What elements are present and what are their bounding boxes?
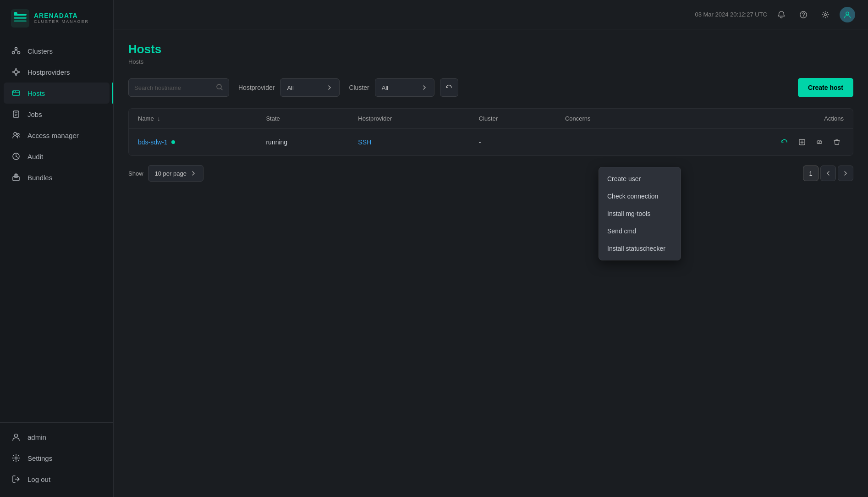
refresh-action-icon [781,138,788,146]
sidebar-item-settings[interactable]: Settings [4,447,110,469]
chevron-left-icon [825,171,831,176]
svg-point-10 [14,70,18,74]
svg-point-27 [14,133,16,135]
sidebar-item-logout-label: Log out [27,475,50,483]
sidebar-item-jobs-label: Jobs [27,110,42,118]
question-icon [799,11,808,19]
logout-icon [11,474,21,484]
page-title: Hosts [128,42,853,56]
svg-point-21 [13,91,14,92]
host-hostprovider-cell: SSH [349,129,469,156]
bundles-icon [11,172,21,182]
sidebar-item-audit-label: Audit [27,153,43,160]
sidebar-item-logout[interactable]: Log out [4,469,110,490]
host-concerns-cell [556,129,658,156]
sidebar-item-audit[interactable]: Audit [4,146,110,167]
page-1-button[interactable]: 1 [803,166,819,181]
cluster-value: All [382,84,388,91]
logo-area[interactable]: ARENADATA CLUSTER MANAGER [0,0,113,37]
hosts-table: Name ↓ State Hostprovider Cluster [129,109,853,155]
host-name-cell: bds-sdw-1 [129,129,257,156]
next-page-button[interactable] [838,166,853,181]
col-name-label: Name [138,115,154,122]
jobs-icon [11,109,21,119]
status-dot [171,140,175,144]
avatar-icon [843,11,852,19]
col-cluster-label: Cluster [479,115,498,122]
search-box[interactable] [128,78,229,97]
chevron-right-icon-3 [190,170,197,177]
sidebar-item-jobs[interactable]: Jobs [4,104,110,125]
sidebar-item-hostproviders[interactable]: Hostproviders [4,61,110,83]
per-page-button[interactable]: 10 per page [148,165,203,182]
notifications-button[interactable] [774,7,789,22]
datetime: 03 Mar 2024 20:12:27 UTC [695,11,767,18]
per-page-value: 10 per page [155,170,187,177]
user-avatar[interactable] [840,7,855,22]
hostprovider-label: Hostprovider [238,84,275,91]
show-label: Show [128,170,143,177]
access-manager-icon [11,130,21,140]
svg-point-34 [15,457,17,459]
hostprovider-select[interactable]: All [280,78,340,97]
sidebar-item-hosts[interactable]: Hosts [4,83,110,104]
hosts-table-container: Name ↓ State Hostprovider Cluster [128,108,853,156]
action-refresh-button[interactable] [778,135,791,149]
dropdown-item-create-user[interactable]: Create user [599,170,681,188]
svg-point-13 [13,72,14,73]
sidebar-item-clusters-label: Clusters [27,47,53,55]
topbar: 03 Mar 2024 20:12:27 UTC [114,0,868,29]
host-cluster-cell: - [470,129,556,156]
col-hostprovider: Hostprovider [349,109,469,129]
svg-point-28 [17,133,19,135]
refresh-button[interactable] [440,78,458,97]
col-actions-label: Actions [824,115,844,122]
sidebar-item-bundles[interactable]: Bundles [4,167,110,188]
svg-point-4 [14,12,17,16]
settings-top-button[interactable] [818,7,833,22]
svg-rect-31 [14,175,18,177]
search-icon [216,83,223,92]
dropdown-item-check-connection[interactable]: Check connection [599,188,681,205]
action-add-button[interactable] [795,135,809,149]
create-host-button[interactable]: Create host [798,78,853,97]
svg-line-9 [16,50,18,52]
pagination-row: Show 10 per page 1 [128,165,853,182]
cluster-select[interactable]: All [375,78,434,97]
search-input[interactable] [134,84,212,91]
svg-point-37 [824,13,827,16]
chevron-right-icon-4 [843,171,848,176]
dropdown-item-send-cmd[interactable]: Send cmd [599,222,681,240]
dropdown-item-install-mg-tools[interactable]: Install mg-tools [599,205,681,222]
sidebar-item-clusters[interactable]: Clusters [4,40,110,61]
sort-arrow-icon: ↓ [157,115,160,122]
host-name: bds-sdw-1 [138,138,168,146]
svg-rect-3 [14,20,27,22]
host-hostprovider[interactable]: SSH [358,138,371,146]
settings-icon [11,453,21,463]
host-link[interactable]: bds-sdw-1 [138,138,247,146]
svg-point-14 [18,72,20,73]
sidebar-item-admin[interactable]: admin [4,426,110,447]
help-button[interactable] [796,7,811,22]
audit-icon [11,151,21,161]
sidebar-item-access-manager[interactable]: Access manager [4,125,110,146]
prev-page-button[interactable] [820,166,836,181]
hostproviders-icon [11,67,21,77]
sidebar-item-access-manager-label: Access manager [27,132,79,139]
logo-sub-text: CLUSTER MANAGER [34,20,89,24]
action-delete-button[interactable] [830,135,844,149]
logo-main-text: ARENADATA [34,12,89,19]
toolbar: Hostprovider All Cluster All [128,78,853,97]
actions-dropdown: Create user Check connection Install mg-… [599,167,681,260]
hosts-icon [11,88,21,98]
host-state-cell: running [257,129,349,156]
svg-point-7 [18,52,20,54]
actions-cell [667,135,844,149]
chevron-right-icon [326,84,333,91]
col-name[interactable]: Name ↓ [129,109,257,129]
chevron-right-icon-2 [421,84,428,91]
action-link-button[interactable] [813,135,826,149]
col-concerns-label: Concerns [565,115,591,122]
dropdown-item-install-statuschecker[interactable]: Install statuschecker [599,240,681,257]
